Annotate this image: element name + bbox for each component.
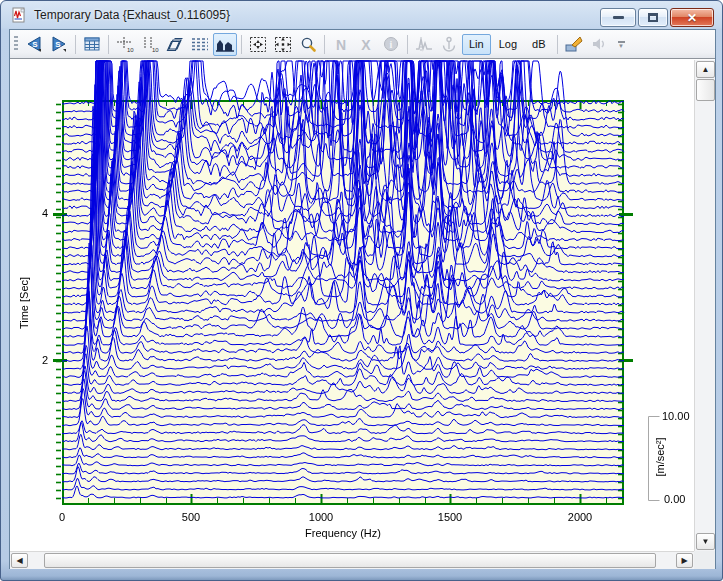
note-n-button[interactable]: N (329, 33, 353, 56)
x-tick-0: 0 (59, 511, 65, 523)
info-button[interactable]: i (379, 33, 403, 56)
delete-x-icon: X (358, 37, 374, 52)
scroll-left-button[interactable]: ◀ (11, 553, 28, 568)
zoom-in-box-button[interactable] (246, 33, 270, 56)
toolbar-separator (324, 35, 325, 54)
y-tick-4: 4 (26, 207, 48, 219)
toolbar-separator (241, 35, 242, 54)
svg-text:i: i (390, 39, 393, 50)
svg-text:X: X (361, 37, 371, 52)
amplitude-units-label: [m/sec²] (654, 437, 666, 476)
double-cursor-10-icon: 10 (141, 36, 159, 53)
amplitude-max-label: 10.00 (662, 410, 690, 422)
data-table-icon (84, 37, 100, 52)
svg-text:10: 10 (127, 47, 134, 53)
export-button[interactable] (562, 33, 586, 56)
svg-text:S: S (32, 40, 38, 49)
scroll-right-button[interactable]: ▶ (676, 553, 693, 568)
toolbar-separator (407, 35, 408, 54)
waterfall-view-icon (216, 37, 234, 52)
log-scale-button[interactable]: Log (492, 34, 524, 55)
harmonic-cursor-button[interactable] (412, 33, 436, 56)
next-section-button[interactable]: S (47, 33, 71, 56)
close-icon: ✕ (687, 12, 697, 24)
colormap-view-icon (191, 37, 209, 51)
x-tick-500: 500 (182, 511, 200, 523)
maximize-button[interactable] (638, 8, 668, 27)
waterfall-view-button[interactable] (213, 33, 237, 56)
note-n-icon: N (333, 37, 349, 52)
minimize-icon (613, 16, 624, 19)
app-window: Temporary Data {Exhaust_0.116095} ✕ S S (0, 0, 723, 581)
window-title: Temporary Data {Exhaust_0.116095} (34, 8, 230, 22)
x-tick-1000: 1000 (309, 511, 333, 523)
vertical-scrollbar[interactable]: ▲ ▼ (694, 60, 715, 551)
toolbar-separator (108, 35, 109, 54)
close-button[interactable]: ✕ (670, 8, 714, 27)
export-icon (565, 36, 583, 52)
delete-x-button[interactable]: X (354, 33, 378, 56)
waterfall-plot: Time [Sec] 4 2 0 500 1000 1500 2000 Freq… (10, 60, 694, 551)
client-area: S S (9, 29, 716, 569)
toolbar-separator (75, 35, 76, 54)
zoom-out-box-button[interactable] (271, 33, 295, 56)
app-icon (11, 7, 27, 23)
svg-text:10: 10 (152, 47, 159, 53)
y-tick-2: 2 (26, 354, 48, 366)
anchor-cursor-icon (441, 36, 457, 52)
scroll-down-button[interactable]: ▼ (696, 533, 715, 550)
anchor-cursor-button[interactable] (437, 33, 461, 56)
svg-text:N: N (336, 37, 346, 52)
db-scale-button[interactable]: dB (525, 34, 552, 55)
x-tick-2000: 2000 (568, 511, 592, 523)
maximize-icon (648, 13, 658, 22)
magnifier-button[interactable] (296, 33, 320, 56)
single-cursor-10-icon: 10 (116, 36, 134, 53)
toolbar-overflow-button[interactable]: ▼ (618, 41, 625, 48)
lin-label: Lin (469, 38, 484, 50)
data-table-button[interactable] (80, 33, 104, 56)
amplitude-min-label: 0.00 (664, 493, 685, 505)
single-cursor-button[interactable]: 10 (113, 33, 137, 56)
y-axis-label: Time [Sec] (18, 277, 30, 329)
magnifier-icon (299, 36, 317, 53)
db-label: dB (532, 38, 545, 50)
svg-text:S: S (55, 40, 61, 49)
horizontal-scroll-thumb[interactable] (44, 553, 656, 568)
toolbar-grip[interactable] (14, 36, 18, 52)
cascade-view-icon (166, 36, 184, 52)
toolbar: S S (10, 30, 715, 59)
audio-replay-button[interactable] (587, 33, 611, 56)
waterfall-canvas[interactable] (10, 60, 694, 551)
double-cursor-button[interactable]: 10 (138, 33, 162, 56)
vertical-scroll-thumb[interactable] (696, 79, 715, 101)
harmonic-cursor-icon (415, 36, 433, 52)
scroll-up-button[interactable]: ▲ (696, 61, 715, 78)
info-icon: i (383, 36, 399, 52)
horizontal-scrollbar[interactable]: ◀ ▶ (10, 551, 694, 569)
zoom-in-box-icon (249, 36, 267, 53)
cascade-view-button[interactable] (163, 33, 187, 56)
x-tick-1500: 1500 (438, 511, 462, 523)
lin-scale-button[interactable]: Lin (462, 34, 491, 55)
scrollbar-corner (694, 551, 715, 569)
audio-replay-icon (591, 36, 607, 52)
toolbar-separator (557, 35, 558, 54)
previous-section-icon: S (25, 36, 43, 52)
title-bar[interactable]: Temporary Data {Exhaust_0.116095} ✕ (1, 1, 723, 29)
log-label: Log (499, 38, 517, 50)
zoom-out-box-icon (274, 36, 292, 53)
next-section-icon: S (50, 36, 68, 52)
previous-section-button[interactable]: S (22, 33, 46, 56)
x-axis-label: Frequency (Hz) (305, 527, 381, 539)
minimize-button[interactable] (600, 8, 636, 27)
colormap-view-button[interactable] (188, 33, 212, 56)
